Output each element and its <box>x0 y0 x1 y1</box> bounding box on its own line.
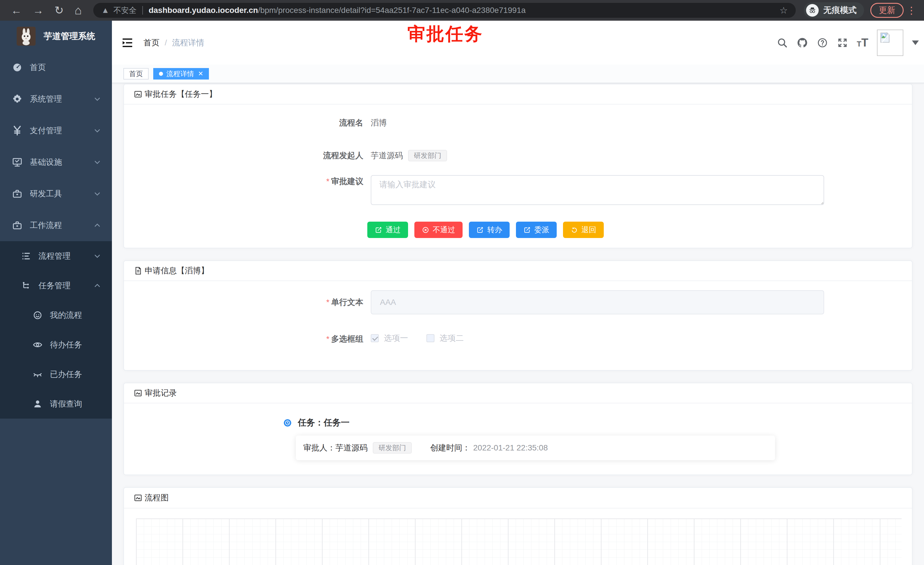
process-name-label: 流程名 <box>124 117 371 129</box>
checkbox-option-1: 选项一 <box>371 333 408 344</box>
reload-icon[interactable]: ↻ <box>54 5 64 16</box>
chevron-down-icon <box>93 190 101 197</box>
forward-icon[interactable]: → <box>33 5 44 16</box>
apply-card-title: 申请信息【滔博】 <box>145 265 209 276</box>
task-title: 任务：任务一 <box>298 417 350 429</box>
picture-icon <box>134 90 142 98</box>
checkbox-group-label: *多选框组 <box>124 333 371 346</box>
apply-card-header: 申请信息【滔博】 <box>124 261 912 281</box>
github-icon[interactable] <box>796 37 808 48</box>
undo-icon <box>570 226 578 234</box>
annotation-title: 审批任务 <box>408 22 483 46</box>
edit-icon <box>476 226 484 234</box>
browser-menu-icon[interactable]: ⋮ <box>906 5 916 16</box>
sidebar-item-infra[interactable]: 基础设施 <box>0 146 112 178</box>
chevron-down-icon <box>93 127 101 134</box>
checkbox-checked-icon <box>371 334 379 342</box>
update-button[interactable]: 更新 <box>870 3 904 18</box>
sidebar-item-process-mgmt[interactable]: 流程管理 <box>0 241 112 271</box>
checkbox-row: *多选框组 选项一 选项二 <box>124 333 912 346</box>
chevron-down-icon <box>93 252 101 260</box>
sidebar-item-devtools[interactable]: 研发工具 <box>0 178 112 210</box>
search-icon[interactable] <box>777 37 788 48</box>
assignee-label: 审批人： <box>303 442 336 453</box>
broken-image-icon <box>879 31 891 44</box>
diagram-body <box>124 508 912 565</box>
tab-process-detail[interactable]: 流程详情 ✕ <box>153 68 209 80</box>
app-title: 芋道管理系统 <box>44 30 95 42</box>
tab-home[interactable]: 首页 <box>123 68 148 80</box>
app-logo <box>16 27 36 46</box>
incognito-icon <box>806 4 819 17</box>
chevron-up-icon <box>93 222 101 229</box>
suggest-row: *审批建议 <box>124 175 912 205</box>
initiator-value: 芋道源码 研发部门 <box>371 149 447 162</box>
sidebar-item-done-tasks[interactable]: 已办任务 <box>0 359 112 389</box>
sidebar-item-workflow[interactable]: 工作流程 <box>0 210 112 241</box>
single-text-row: *单行文本 <box>124 290 912 314</box>
suggest-textarea[interactable] <box>371 175 824 205</box>
close-icon[interactable]: ✕ <box>198 70 203 78</box>
monitor-icon <box>12 157 22 167</box>
edit-icon <box>524 226 531 234</box>
bpmn-canvas[interactable] <box>136 518 902 565</box>
initiator-row: 流程发起人 芋道源码 研发部门 <box>124 149 912 162</box>
checkbox-option-2: 选项二 <box>426 333 464 344</box>
sidebar-item-system[interactable]: 系统管理 <box>0 83 112 115</box>
reject-button[interactable]: 不通过 <box>414 222 463 238</box>
checkbox-group: 选项一 选项二 <box>371 333 464 344</box>
sidebar-item-leave-query[interactable]: 请假查询 <box>0 389 112 419</box>
dashboard-icon <box>12 62 22 73</box>
eye-closed-icon <box>33 370 42 379</box>
avatar[interactable] <box>877 30 903 56</box>
active-tab-dot <box>159 72 163 76</box>
process-name-row: 流程名 滔博 <box>124 117 912 129</box>
approval-records-card: 审批记录 任务：任务一 审批人： 芋道源码 研发部门 创建时间： 2022-01… <box>123 383 912 475</box>
sidebar-item-task-mgmt[interactable]: 任务管理 <box>0 271 112 300</box>
circle-close-icon <box>422 226 429 234</box>
process-name-value: 滔博 <box>371 117 387 129</box>
eye-open-icon <box>33 340 42 350</box>
records-card-header: 审批记录 <box>124 383 912 403</box>
url-bar[interactable]: ▲ 不安全 dashboard.yudao.iocoder.cn/bpm/pro… <box>93 3 796 18</box>
sidebar-item-home[interactable]: 首页 <box>0 52 112 83</box>
app-logo-row[interactable]: 芋道管理系统 <box>0 21 112 52</box>
fullscreen-icon[interactable] <box>837 37 848 48</box>
sidebar-item-payment[interactable]: 支付管理 <box>0 115 112 146</box>
sidebar-item-todo-tasks[interactable]: 待办任务 <box>0 330 112 359</box>
single-text-label: *单行文本 <box>124 296 371 309</box>
sidebar-fold-icon[interactable] <box>122 38 133 48</box>
incognito-badge: 无痕模式 <box>804 2 864 18</box>
font-size-icon[interactable]: TT <box>857 36 868 49</box>
initiator-dept-tag: 研发部门 <box>408 150 447 161</box>
delegate-button[interactable]: 委派 <box>516 222 557 238</box>
tags-view-bar: 首页 流程详情 ✕ <box>112 65 924 83</box>
toolbox-icon <box>12 189 22 199</box>
timeline-item: 任务：任务一 <box>284 417 912 429</box>
navbar: 首页 / 流程详情 审批任务 TT <box>112 21 924 65</box>
breadcrumb-home[interactable]: 首页 <box>144 37 159 48</box>
single-text-input <box>371 290 824 314</box>
sidebar-item-my-process[interactable]: 我的流程 <box>0 300 112 330</box>
navbar-actions: TT <box>777 21 919 65</box>
security-label[interactable]: 不安全 <box>113 5 136 15</box>
user-icon <box>33 399 42 409</box>
approve-card-title: 审批任务【任务一】 <box>145 89 217 100</box>
avatar-dropdown-icon[interactable] <box>912 41 919 45</box>
face-icon <box>33 310 42 320</box>
pass-button[interactable]: 通过 <box>367 222 408 238</box>
clock-icon <box>284 419 291 427</box>
help-icon[interactable] <box>817 37 828 48</box>
bookmark-star-icon[interactable]: ☆ <box>780 5 788 16</box>
back-icon[interactable]: ← <box>11 5 22 16</box>
home-icon[interactable]: ⌂ <box>75 4 82 17</box>
chevron-down-icon <box>93 95 101 103</box>
diagram-card-header: 流程图 <box>124 488 912 508</box>
chevron-up-icon <box>93 282 101 289</box>
transfer-button[interactable]: 转办 <box>469 222 510 238</box>
created-label: 创建时间： <box>430 442 470 453</box>
incognito-label: 无痕模式 <box>823 5 856 16</box>
return-button[interactable]: 退回 <box>563 222 604 238</box>
record-detail-box: 审批人： 芋道源码 研发部门 创建时间： 2022-01-21 22:35:08 <box>296 436 775 460</box>
warning-icon: ▲ <box>101 6 110 15</box>
